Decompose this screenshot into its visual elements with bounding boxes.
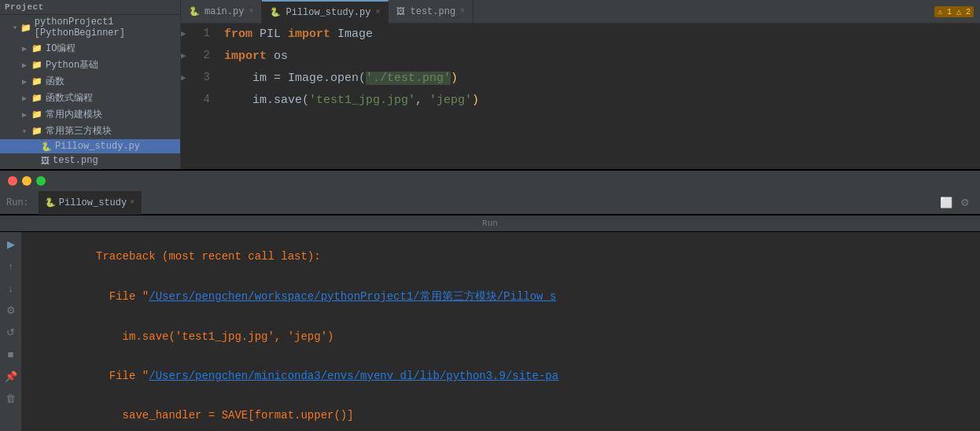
code-line-4: 4 im.save('test1_jpg.jpg', 'jepg') [181,90,980,112]
pin-button[interactable]: 📌 [2,367,20,385]
run-tab-close-icon[interactable]: × [130,198,134,207]
line-content: im.save('test1_jpg.jpg', 'jepg') [218,90,485,112]
arrow-icon: ▶ [22,61,31,70]
arrow-icon: ▶ [22,94,31,103]
file-path-1[interactable]: /Users/pengchen/workspace/pythonProject1… [149,290,556,303]
close-icon[interactable]: × [249,7,253,16]
run-main: ▶ ↑ ↓ ⚙ ↺ ■ 📌 🗑 Traceback (most recent c… [0,232,980,431]
line-arrow-icon: ▶ [181,68,190,83]
save-handler-line: save_handler = SAVE[format.upper()] [30,396,972,431]
arrow-icon: ▾ [22,127,31,136]
save-code-text: im.save('test1_jpg.jpg', 'jepg') [96,330,333,343]
sidebar-item-builtin[interactable]: ▶ 📁 常用内建模块 [0,106,180,123]
folder-icon: 📁 [31,93,42,103]
sidebar-item-pillow-study[interactable]: 🐍 Pillow_study.py [0,139,180,153]
line-number: 1 [190,24,218,39]
sidebar-item-thirdparty[interactable]: ▾ 📁 常用第三方模块 [0,123,180,139]
ide-top-section: Project ▾ 📁 pythonProject1 [PythonBeginn… [0,0,980,169]
run-controls: ⬜ ⚙ [938,194,974,212]
sidebar-item-functional[interactable]: ▶ 📁 函数式编程 [0,90,180,106]
python-file-icon: 🐍 [41,142,52,152]
file-path-2[interactable]: /Users/pengchen/miniconda3/envs/myenv_dl… [149,370,558,382]
code-editor[interactable]: ▶ 1 from PIL import Image ▶ 2 import os … [181,24,980,169]
rerun-button[interactable]: ↺ [2,323,20,341]
line-arrow-icon: ▶ [181,46,190,61]
trash-button[interactable]: 🗑 [2,389,20,407]
scroll-down-button[interactable]: ↓ [2,279,20,297]
arrow-icon: ▾ [13,23,20,32]
expand-button[interactable]: ⬜ [938,194,955,212]
line-content: im = Image.open('./test.png') [218,68,464,90]
maximize-window-button[interactable] [36,176,46,186]
run-header: Run: 🐍 Pillow_study × ⬜ ⚙ [0,191,980,215]
settings-button[interactable]: ⚙ [956,194,974,212]
run-divider: Run [0,215,980,232]
tab-label: main.py [204,6,244,17]
play-button[interactable]: ▶ [2,235,20,252]
sidebar-item-label: 常用内建模块 [46,108,102,121]
warning-badge: ⚠ 1 △ 2 [934,6,974,17]
sidebar-header: Project [0,0,180,15]
image-file-icon: 🖼 [41,156,50,166]
code-line-1: ▶ 1 from PIL import Image [181,24,980,46]
folder-icon: 📁 [31,76,42,87]
arrow-icon: ▶ [22,110,31,120]
ide-layout: Project ▾ 📁 pythonProject1 [PythonBeginn… [0,0,980,431]
line-content: import os [218,46,294,68]
png-icon: 🖼 [396,6,405,17]
editor-section: 🐍 main.py × 🐍 Pillow_study.py × 🖼 test.p… [181,0,980,169]
traceback-line: Traceback (most recent call last): [30,237,972,276]
tab-label: Pillow_study.py [286,7,370,18]
tab-label: test.png [410,6,455,17]
window-controls-bar [0,169,980,191]
arrow-icon: ▶ [22,44,31,53]
sidebar-item-io[interactable]: ▶ 📁 IO编程 [0,40,180,57]
folder-icon: 📁 [31,60,42,70]
line-number: 3 [190,68,218,83]
line-number: 2 [190,46,218,61]
sidebar-item-python-basics[interactable]: ▶ 📁 Python基础 [0,57,180,73]
code-line-save: im.save('test1_jpg.jpg', 'jepg') [30,317,972,356]
line-arrow-icon [181,90,190,94]
arrow-icon: ▶ [22,77,31,87]
traceback-text: Traceback (most recent call last): [96,250,321,263]
sidebar-item-project[interactable]: ▾ 📁 pythonProject1 [PythonBeginner] [0,15,180,40]
sidebar-item-label: test.png [53,155,98,166]
tab-bar: 🐍 main.py × 🐍 Pillow_study.py × 🖼 test.p… [181,0,980,24]
file-line-2: File "/Users/pengchen/miniconda3/envs/my… [30,356,972,396]
stop-button[interactable]: ■ [2,345,20,363]
scroll-up-button[interactable]: ↑ [2,257,20,274]
minimize-window-button[interactable] [22,176,31,186]
sidebar-item-label: Pillow_study.py [55,141,140,152]
tab-test-png[interactable]: 🖼 test.png × [389,0,473,24]
run-sidebar: ▶ ↑ ↓ ⚙ ↺ ■ 📌 🗑 [0,232,22,431]
sidebar-item-label: 函数式编程 [46,91,93,105]
tab-pillow-study-py[interactable]: 🐍 Pillow_study.py × [262,0,389,24]
py-icon: 🐍 [189,6,200,17]
project-icon: 📁 [20,23,31,33]
line-arrow-icon: ▶ [181,24,190,39]
file-line-1: File "/Users/pengchen/workspace/pythonPr… [30,276,972,317]
bottom-section: Run: 🐍 Pillow_study × ⬜ ⚙ Run ▶ ↑ ↓ ⚙ ↺ [0,169,980,431]
sidebar-item-test-png[interactable]: 🖼 test.png [0,153,180,168]
sidebar-item-label: Python基础 [46,58,98,72]
sidebar-item-label: pythonProject1 [PythonBeginner] [35,17,177,39]
run-tab-icon: 🐍 [45,197,56,208]
close-icon[interactable]: × [460,7,465,16]
close-window-button[interactable] [8,176,17,186]
code-lines: ▶ 1 from PIL import Image ▶ 2 import os … [181,24,980,112]
line-content: from PIL import Image [218,24,379,46]
run-tab-pillow-study[interactable]: 🐍 Pillow_study × [39,191,142,215]
sidebar-item-label: IO编程 [46,42,76,55]
sidebar: Project ▾ 📁 pythonProject1 [PythonBeginn… [0,0,181,169]
run-tab-label: Pillow_study [59,197,127,208]
run-divider-label: Run [482,219,498,228]
tab-main-py[interactable]: 🐍 main.py × [181,0,262,24]
settings-run-button[interactable]: ⚙ [2,301,20,319]
close-icon[interactable]: × [375,8,380,17]
file-label-2: File " [96,370,149,382]
run-label: Run: [6,197,29,208]
code-line-2: ▶ 2 import os [181,46,980,68]
folder-icon: 📁 [31,109,42,120]
sidebar-item-functions[interactable]: ▶ 📁 函数 [0,73,180,90]
